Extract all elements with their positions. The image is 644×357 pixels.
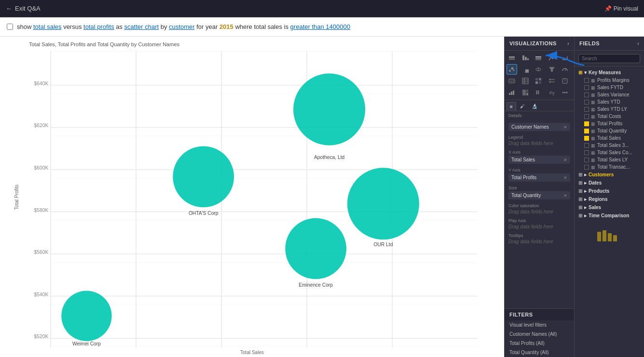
total-transac-label: Total Transac...: [597, 164, 630, 170]
field-item-profits-margins[interactable]: ▦ Profits Margins: [575, 77, 644, 84]
svg-rect-66: [511, 92, 512, 95]
sales-caret: ▸: [584, 205, 587, 210]
field-item-total-transac[interactable]: ▦ Total Transac...: [575, 163, 644, 171]
field-item-sales-ytd-ly[interactable]: ▦ Sales YTD LY: [575, 106, 644, 113]
sales-ytd-checkbox[interactable]: [584, 100, 589, 105]
field-item-sales-fytd[interactable]: ▦ Sales FYTD: [575, 84, 644, 91]
query-customer[interactable]: customer: [169, 23, 194, 30]
field-category-products[interactable]: ⊞ ▸ Products: [575, 187, 644, 195]
size-remove[interactable]: ✕: [563, 193, 567, 198]
viz-panel-chevron[interactable]: ›: [567, 41, 569, 46]
filter-total-quantity[interactable]: Total Quantity (All): [505, 348, 574, 357]
fields-search-input[interactable]: [578, 54, 640, 63]
field-item-total-costs[interactable]: ▦ Total Costs: [575, 113, 644, 120]
viz-icon-waterfall[interactable]: [507, 87, 517, 98]
viz-icon-r-visual[interactable]: R: [533, 87, 544, 98]
field-slot-customer-names[interactable]: Customer Names ✕: [505, 121, 574, 133]
y-axis-value[interactable]: Total Profits ✕: [508, 173, 570, 182]
query-scatter-chart[interactable]: scatter chart: [124, 23, 159, 30]
fields-search[interactable]: [575, 51, 644, 66]
svg-rect-77: [597, 232, 601, 241]
viz-tab-fields[interactable]: ≡: [507, 102, 516, 111]
profits-margins-checkbox[interactable]: [584, 78, 589, 83]
field-item-total-sales-3[interactable]: ▦ Total Sales 3...: [575, 142, 644, 149]
total-quantity-checkbox[interactable]: [584, 129, 589, 133]
filter-total-profits[interactable]: Total Profits (All): [505, 339, 574, 348]
bubble-ohta[interactable]: [173, 146, 234, 208]
viz-icon-clustered-bar[interactable]: [520, 53, 531, 63]
viz-icon-area[interactable]: [560, 53, 570, 63]
sales-ytd-ly-checkbox[interactable]: [584, 107, 589, 112]
viz-icon-scatter[interactable]: [507, 64, 517, 75]
field-category-dates[interactable]: ⊞ ▸ Dates: [575, 179, 644, 187]
viz-icon-slicer[interactable]: [547, 76, 557, 86]
pin-visual-button[interactable]: 📌 Pin visual: [604, 5, 638, 12]
field-item-total-sales-co[interactable]: ▦ Total Sales Co...: [575, 149, 644, 156]
viz-icon-100-bar[interactable]: [533, 53, 544, 63]
viz-icon-custom[interactable]: ?: [560, 76, 570, 86]
total-costs-checkbox[interactable]: [584, 114, 589, 119]
viz-icon-table[interactable]: [520, 76, 531, 86]
field-category-regions[interactable]: ⊞ ▸ Regions: [575, 195, 644, 203]
field-category-time-comparison[interactable]: ⊞ ▸ Time Comparison: [575, 212, 644, 220]
products-caret: ▸: [584, 188, 587, 194]
filter-customer-names[interactable]: Customer Names (All): [505, 330, 574, 339]
total-sales-checkbox[interactable]: [584, 136, 589, 141]
viz-icon-pie[interactable]: [520, 64, 531, 75]
bubble-eminence[interactable]: [285, 218, 346, 279]
viz-icon-gauge[interactable]: [560, 64, 570, 75]
exit-qa-label[interactable]: Exit Q&A: [15, 5, 41, 12]
bubble-our-ltd[interactable]: [347, 168, 419, 239]
filter-visual-level[interactable]: Visual level filters: [505, 320, 574, 330]
total-sales-3-checkbox[interactable]: [584, 143, 589, 148]
svg-text:OHTA'S Corp: OHTA'S Corp: [189, 211, 219, 216]
field-item-sales-ytd[interactable]: ▦ Sales YTD: [575, 98, 644, 106]
viz-icon-funnel[interactable]: [547, 64, 557, 75]
field-item-sales-variance[interactable]: ▦ Sales Variance: [575, 91, 644, 98]
qa-checkbox[interactable]: [7, 24, 13, 30]
exit-qa-section[interactable]: ← Exit Q&A: [6, 5, 41, 12]
viz-icon-line[interactable]: [547, 53, 557, 63]
scatter-chart-svg: $520K $540K $560K $580K $600K $620K $640…: [24, 51, 504, 347]
viz-icon-more[interactable]: [560, 87, 570, 98]
viz-icon-map[interactable]: [533, 64, 544, 75]
viz-icon-matrix[interactable]: [533, 76, 544, 86]
total-quantity-label: Total Quantity: [597, 128, 627, 133]
viz-icon-stacked-bar[interactable]: [507, 53, 517, 63]
field-slot-x-axis: X Axis Total Sales ✕: [505, 148, 574, 166]
viz-icon-python-visual[interactable]: Py: [547, 87, 557, 98]
query-filter[interactable]: greater than 1400000: [290, 23, 350, 30]
total-transac-checkbox[interactable]: [584, 165, 589, 170]
field-item-total-quantity[interactable]: ▦ Total Quantity: [575, 127, 644, 134]
total-sales-co-checkbox[interactable]: [584, 150, 589, 155]
query-total-sales[interactable]: total sales: [33, 23, 62, 30]
field-item-total-sales[interactable]: ▦ Total Sales: [575, 134, 644, 142]
sales-variance-checkbox[interactable]: [584, 93, 589, 97]
field-item-total-profits[interactable]: ▦ Total Profits: [575, 120, 644, 127]
bubble-apotheca[interactable]: [293, 74, 365, 145]
customer-names-value[interactable]: Customer Names ✕: [508, 123, 570, 131]
x-axis-remove[interactable]: ✕: [563, 158, 567, 162]
total-sales-ly-checkbox[interactable]: [584, 158, 589, 162]
viz-icon-card[interactable]: 123: [507, 76, 517, 86]
field-category-key-measures[interactable]: ⊞ ▾ Key Measures: [575, 68, 644, 77]
fields-panel-chevron[interactable]: ›: [637, 41, 639, 46]
total-profits-checkbox[interactable]: [584, 121, 589, 126]
query-total-profits[interactable]: total profits: [83, 23, 114, 30]
viz-tab-analytics[interactable]: 🔬: [529, 102, 540, 111]
viz-icon-treemap[interactable]: [520, 87, 531, 98]
x-axis-value[interactable]: Total Sales ✕: [508, 156, 570, 164]
dates-caret: ▸: [584, 180, 587, 185]
bubble-weimei[interactable]: [61, 291, 111, 341]
customer-names-remove[interactable]: ✕: [563, 125, 567, 130]
size-value[interactable]: Total Quantity ✕: [508, 191, 570, 199]
y-axis-remove[interactable]: ✕: [563, 175, 567, 180]
query-year[interactable]: 2015: [219, 23, 233, 30]
viz-tab-format[interactable]: 🖌: [517, 102, 528, 111]
svg-rect-68: [522, 90, 526, 95]
field-item-total-sales-ly[interactable]: ▦ Total Sales LY: [575, 156, 644, 163]
field-category-sales[interactable]: ⊞ ▸ Sales: [575, 203, 644, 212]
sales-fytd-checkbox[interactable]: [584, 85, 589, 90]
field-category-customers[interactable]: ⊞ ▸ Customers: [575, 171, 644, 179]
svg-text:OUR Ltd: OUR Ltd: [373, 242, 393, 247]
